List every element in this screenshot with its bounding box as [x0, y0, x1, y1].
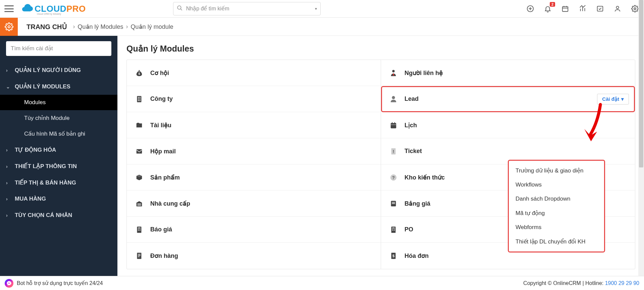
sidebar-group-label: TỰ ĐỘNG HÓA	[15, 146, 56, 153]
dropdown-item[interactable]: Mã tự động	[509, 206, 604, 220]
person-icon	[390, 95, 405, 103]
menu-toggle[interactable]	[0, 0, 18, 18]
reports-button[interactable]	[579, 5, 587, 13]
module-label: Người liên hệ	[405, 69, 443, 77]
svg-point-14	[634, 8, 636, 10]
chevron-right-icon: ›	[6, 196, 10, 202]
footer-copyright: Copyright © OnlineCRM	[523, 280, 582, 286]
module-row[interactable]: Tài liệu	[127, 112, 381, 138]
sidebar-group[interactable]: ›TÙY CHỌN CÁ NHÂN	[0, 207, 117, 223]
module-label: Ticket	[405, 148, 422, 155]
module-row[interactable]: $Cơ hội	[127, 60, 381, 86]
messenger-icon[interactable]	[5, 279, 13, 288]
module-label: Báo giá	[150, 226, 172, 233]
chevron-right-icon: ›	[6, 147, 10, 153]
calendar-button[interactable]	[561, 5, 569, 13]
folder-icon	[136, 122, 150, 129]
calendar-icon	[390, 122, 405, 129]
module-label: Lead	[405, 95, 419, 102]
svg-rect-52	[392, 229, 393, 229]
module-row[interactable]: Công ty	[127, 86, 381, 112]
chevron-down-icon[interactable]: ▾	[315, 6, 317, 11]
module-row[interactable]: Lịch	[381, 112, 635, 138]
breadcrumb-item-1[interactable]: Quản lý Modules	[78, 23, 123, 30]
cloud-icon	[20, 4, 34, 14]
logo[interactable]: CLOUDPRO	[20, 4, 86, 14]
sidebar-group[interactable]: ›MUA HÀNG	[0, 191, 117, 207]
warehouse-icon	[136, 200, 150, 207]
doc-lines-icon	[136, 252, 150, 260]
logo-text-cloud: CLOUD	[35, 4, 66, 14]
svg-rect-29	[138, 229, 139, 229]
sidebar-group[interactable]: ›QUẢN LÝ NGƯỜI DÙNG	[0, 62, 117, 78]
svg-rect-22	[138, 100, 139, 101]
footer: Bot hỗ trợ sử dụng trực tuyến 24/24 Copy…	[0, 276, 644, 290]
svg-rect-12	[597, 6, 603, 11]
tasks-button[interactable]	[596, 5, 604, 13]
sidebar-item[interactable]: Cấu hình Mã số bản ghi	[0, 126, 117, 142]
breadcrumb-home[interactable]: TRANG CHỦ	[26, 23, 67, 31]
svg-rect-51	[392, 227, 394, 228]
profile-button[interactable]	[613, 5, 622, 13]
scrollbar-thumb[interactable]	[639, 0, 643, 167]
svg-rect-28	[138, 227, 140, 228]
search-input[interactable]	[186, 6, 315, 12]
sidebar-group[interactable]: ›TIẾP THỊ & BÁN HÀNG	[0, 174, 117, 191]
page-title: Quản lý Modules	[126, 44, 635, 54]
chevron-right-icon: ›	[6, 68, 10, 73]
settings-home-button[interactable]	[0, 18, 18, 36]
module-label: Tài liệu	[150, 122, 171, 129]
module-row[interactable]: Báo giá	[127, 217, 381, 243]
sidebar-group[interactable]: ⌄QUẢN LÝ MODULES	[0, 78, 117, 95]
module-row[interactable]: Nhà cung cấp	[127, 191, 381, 217]
svg-rect-40	[391, 125, 396, 125]
footer-hotline-label: | Hotline:	[582, 280, 605, 286]
sidebar-item[interactable]: Tùy chỉnh Module	[0, 110, 117, 126]
global-search[interactable]: ▾	[173, 2, 321, 15]
module-col-left: $Cơ hộiCông tyTài liệuHộp mailSản phẩmNh…	[127, 60, 381, 269]
notif-badge: 2	[550, 2, 555, 7]
footer-bot-text: Bot hỗ trợ sử dụng trực tuyến 24/24	[17, 280, 103, 286]
footer-hotline[interactable]: 1900 29 29 90	[605, 280, 639, 286]
module-label: Cơ hội	[150, 69, 169, 77]
module-row[interactable]: Hộp mail	[127, 138, 381, 164]
svg-rect-36	[138, 257, 140, 257]
svg-rect-27	[137, 226, 142, 232]
svg-rect-31	[138, 230, 139, 230]
svg-rect-39	[391, 123, 396, 128]
person-tie-icon	[390, 69, 405, 77]
dropdown-item[interactable]: Thiết lập DL chuyển đổi KH	[509, 234, 604, 249]
sidebar-group[interactable]: ›TỰ ĐỘNG HÓA	[0, 142, 117, 158]
svg-rect-55	[394, 230, 395, 230]
module-row[interactable]: Đơn hàng	[127, 243, 381, 269]
notifications-button[interactable]: 2	[544, 5, 552, 13]
module-label: Nhà cung cấp	[150, 200, 190, 207]
module-row[interactable]: Người liên hệ	[381, 60, 635, 86]
dropdown-item[interactable]: Trường dữ liệu & giao diện	[509, 163, 604, 178]
sidebar-group[interactable]: ›THIẾT LẬP THÔNG TIN	[0, 158, 117, 174]
dropdown-item[interactable]: Workflows	[509, 178, 604, 192]
sidebar-group-label: MUA HÀNG	[15, 196, 46, 202]
dropdown-item[interactable]: Danh sách Dropdown	[509, 192, 604, 206]
svg-point-0	[177, 6, 181, 9]
module-settings-button[interactable]: Cài đặt▾	[597, 94, 629, 104]
svg-point-13	[616, 6, 619, 9]
caret-down-icon: ▾	[621, 96, 624, 102]
scrollbar[interactable]	[638, 0, 644, 276]
settings-button[interactable]	[631, 5, 639, 13]
logo-subtitle: Cloud CRM by Industry	[37, 13, 61, 15]
sidebar-search-input[interactable]	[6, 41, 111, 56]
doc-dollar-icon: $	[390, 252, 405, 260]
module-row[interactable]: LeadCài đặt▾	[381, 86, 635, 112]
doc-calc-icon	[136, 226, 150, 233]
add-button[interactable]	[526, 5, 534, 13]
breadcrumb-item-2[interactable]: Quản lý module	[131, 23, 173, 30]
svg-rect-30	[140, 229, 141, 229]
chevron-right-icon: ›	[6, 164, 10, 169]
dropdown-item[interactable]: Webforms	[509, 220, 604, 234]
module-label: Sản phẩm	[150, 174, 180, 181]
svg-text:$: $	[392, 254, 394, 258]
module-row[interactable]: Sản phẩm	[127, 164, 381, 191]
sidebar-item[interactable]: Modules	[0, 95, 117, 110]
svg-rect-49	[392, 203, 395, 204]
